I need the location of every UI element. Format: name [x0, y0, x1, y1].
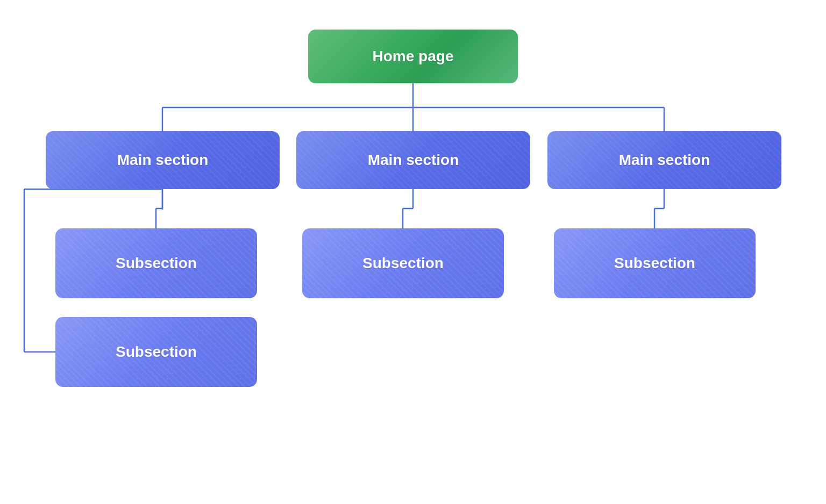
subsection-1-label: Subsection	[107, 254, 205, 272]
main-section-3-node[interactable]: Main section	[547, 131, 781, 189]
main-section-2-label: Main section	[359, 151, 468, 169]
subsection-3-node[interactable]: Subsection	[554, 228, 756, 298]
subsection-4-node[interactable]: Subsection	[55, 317, 257, 387]
subsection-4-label: Subsection	[107, 343, 205, 361]
subsection-1-node[interactable]: Subsection	[55, 228, 257, 298]
home-page-node[interactable]: Home page	[308, 30, 518, 83]
main-section-1-node[interactable]: Main section	[46, 131, 280, 189]
subsection-2-node[interactable]: Subsection	[302, 228, 504, 298]
main-section-3-label: Main section	[610, 151, 719, 169]
site-map-diagram: Home page Main section Main section Main…	[0, 0, 826, 504]
home-page-label: Home page	[364, 47, 462, 66]
main-section-2-node[interactable]: Main section	[296, 131, 530, 189]
subsection-2-label: Subsection	[354, 254, 452, 272]
main-section-1-label: Main section	[109, 151, 217, 169]
subsection-3-label: Subsection	[606, 254, 704, 272]
